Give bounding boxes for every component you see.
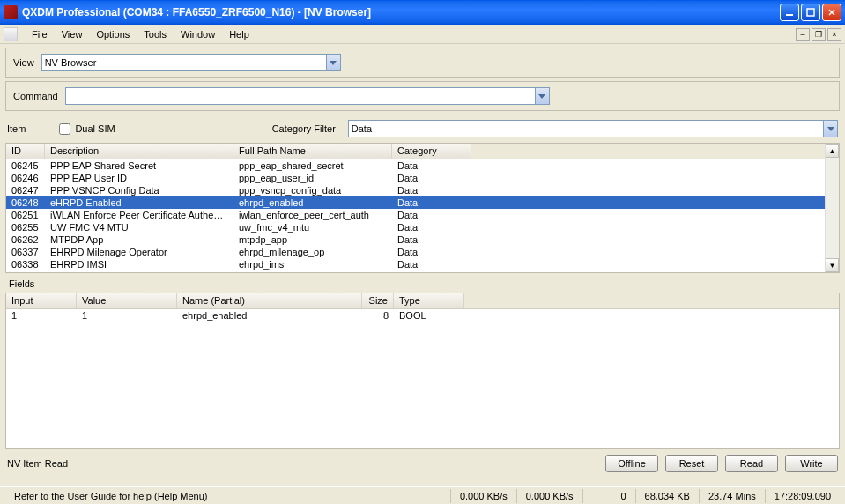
cell-value: 1: [77, 308, 177, 322]
maximize-button[interactable]: [801, 4, 820, 21]
command-label: Command: [13, 91, 58, 101]
dual-sim-checkbox-wrap[interactable]: Dual SIM: [59, 123, 115, 135]
status-time: 17:28:09.090: [765, 489, 840, 503]
view-combo-dropdown[interactable]: [326, 55, 340, 70]
col-type[interactable]: Type: [394, 293, 464, 308]
mdi-minimize-button[interactable]: –: [796, 28, 810, 41]
close-button[interactable]: [822, 4, 841, 21]
nv-status: NV Item Read: [7, 458, 605, 469]
col-category[interactable]: Category: [392, 144, 471, 159]
menu-bar: FileViewOptionsToolsWindowHelp – ❐ ×: [0, 25, 845, 44]
minimize-button[interactable]: [780, 4, 799, 21]
nv-row[interactable]: 06251iWLAN Enforce Peer Certificate Auth…: [6, 209, 839, 221]
scroll-down-button[interactable]: ▼: [826, 258, 839, 272]
fields-label: Fields: [0, 273, 845, 293]
app-icon: [4, 5, 18, 19]
cell-path: ehrpd_imsi: [233, 257, 392, 271]
command-panel: Command: [5, 81, 840, 111]
view-combo[interactable]: [41, 54, 341, 71]
nv-row[interactable]: 06245PPP EAP Shared Secretppp_eap_shared…: [6, 159, 839, 172]
col-id[interactable]: ID: [6, 144, 45, 159]
view-label: View: [13, 57, 34, 68]
col-size[interactable]: Size: [362, 293, 394, 308]
svg-rect-0: [786, 14, 793, 16]
command-combo-dropdown[interactable]: [535, 88, 549, 104]
nv-row[interactable]: 06248eHRPD Enabledehrpd_enabledData: [6, 196, 839, 209]
status-count: 0: [582, 489, 635, 503]
dual-sim-checkbox[interactable]: [59, 123, 70, 135]
mdi-controls: – ❐ ×: [796, 28, 841, 41]
cell-id: 06338: [6, 257, 45, 271]
write-button[interactable]: Write: [785, 455, 838, 472]
read-button[interactable]: Read: [725, 455, 778, 472]
menu-help[interactable]: Help: [222, 27, 256, 41]
item-label: Item: [7, 123, 26, 134]
window-title: QXDM Professional (COM34 : FFA6550_ZRF65…: [22, 6, 780, 19]
mdi-restore-button[interactable]: ❐: [812, 28, 826, 41]
status-rate1: 0.000 KB/s: [450, 489, 516, 503]
menu-file[interactable]: File: [25, 27, 55, 41]
menu-view[interactable]: View: [55, 27, 90, 41]
col-full-path[interactable]: Full Path Name: [233, 144, 392, 159]
status-rate2: 0.000 KB/s: [516, 489, 582, 503]
nv-list-scrollbar[interactable]: ▲ ▼: [825, 144, 839, 272]
window-controls: [780, 4, 841, 21]
fields-list[interactable]: Input Value Name (Partial) Size Type 11e…: [5, 293, 840, 449]
chevron-down-icon: [538, 94, 545, 99]
title-bar: QXDM Professional (COM34 : FFA6550_ZRF65…: [0, 0, 845, 25]
mdi-close-button[interactable]: ×: [827, 28, 841, 41]
status-mins: 23.74 Mins: [699, 489, 765, 503]
action-bar: NV Item Read Offline Reset Read Write: [0, 449, 845, 478]
nv-item-list[interactable]: ID Description Full Path Name Category 0…: [5, 143, 840, 273]
col-name[interactable]: Name (Partial): [177, 293, 362, 308]
reset-button[interactable]: Reset: [665, 455, 718, 472]
status-bar: Refer to the User Guide for help (Help M…: [0, 486, 845, 504]
fields-header: Input Value Name (Partial) Size Type: [6, 293, 839, 309]
field-row[interactable]: 11ehrpd_enabled8BOOL: [6, 309, 839, 322]
nv-row[interactable]: 06337EHRPD Milenage Operatorehrpd_milena…: [6, 246, 839, 258]
menu-window[interactable]: Window: [174, 27, 222, 41]
svg-rect-1: [807, 9, 814, 16]
view-panel: View: [5, 48, 840, 78]
status-help: Refer to the User Guide for help (Help M…: [5, 489, 450, 503]
cell-name: ehrpd_enabled: [177, 308, 362, 322]
nv-row[interactable]: 06338EHRPD IMSIehrpd_imsiData: [6, 258, 839, 271]
scroll-up-button[interactable]: ▲: [826, 144, 839, 158]
chevron-down-icon: [827, 127, 834, 131]
nv-row[interactable]: 06247PPP VSNCP Config Datappp_vsncp_conf…: [6, 184, 839, 196]
cell-type: BOOL: [394, 308, 464, 322]
offline-button[interactable]: Offline: [605, 455, 658, 472]
cell-desc: EHRPD IMSI: [45, 257, 233, 271]
scroll-track[interactable]: [826, 158, 839, 258]
nv-row[interactable]: 06262MTPDP Appmtpdp_appData: [6, 233, 839, 246]
menu-tools[interactable]: Tools: [137, 27, 174, 41]
command-combo[interactable]: [65, 87, 550, 105]
chevron-down-icon: [330, 61, 337, 65]
col-value[interactable]: Value: [77, 293, 177, 308]
menu-options[interactable]: Options: [89, 27, 137, 41]
category-filter-dropdown[interactable]: [823, 121, 837, 137]
status-kb: 68.034 KB: [635, 489, 699, 503]
category-filter-combo[interactable]: [348, 120, 838, 137]
nv-row[interactable]: 06246PPP EAP User IDppp_eap_user_idData: [6, 172, 839, 184]
cell-size: 8: [362, 308, 394, 322]
dual-sim-label: Dual SIM: [75, 123, 115, 134]
cell-cat: Data: [392, 257, 471, 271]
nv-list-header: ID Description Full Path Name Category: [6, 144, 839, 159]
nv-row[interactable]: 06255UW FMC V4 MTUuw_fmc_v4_mtuData: [6, 221, 839, 233]
cell-input: 1: [6, 308, 77, 322]
item-filter-row: Item Dual SIM Category Filter: [0, 115, 845, 143]
col-description[interactable]: Description: [45, 144, 233, 159]
col-input[interactable]: Input: [6, 293, 77, 308]
category-filter-label: Category Filter: [272, 123, 336, 134]
document-icon[interactable]: [4, 27, 18, 41]
